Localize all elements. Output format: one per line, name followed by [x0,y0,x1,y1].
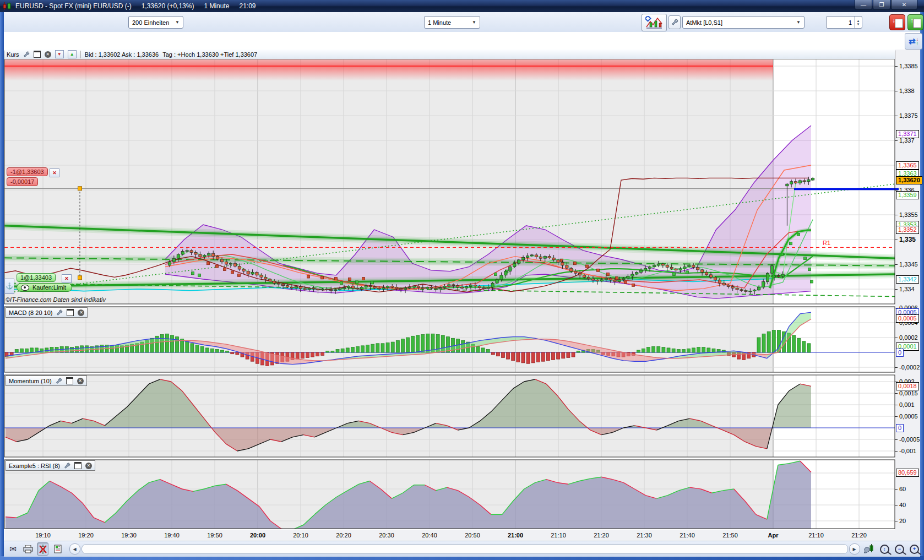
sell-shortcut-icon[interactable]: ▼ [55,50,64,58]
candle-body [443,286,446,288]
print-button[interactable] [22,542,34,556]
candle-body [648,267,651,269]
scrollbar-track[interactable] [81,544,848,554]
detach-window-icon[interactable] [74,462,81,469]
x-axis-label: 20:40 [414,532,445,539]
email-button[interactable]: ✉ [7,542,19,556]
sar-dot-red [231,271,234,274]
price-marker-label: 80,659 [896,469,919,477]
candle-body [281,284,284,286]
time-scrollbar[interactable]: ◀ ▶ [69,543,860,554]
candle-body [216,257,219,259]
detach-window-icon[interactable] [34,51,41,58]
candle-body [347,286,350,288]
candle-body [408,287,411,288]
macd-hist-bar [772,330,775,353]
y-axis-label: 0,0015 [899,390,918,396]
candle-body [456,286,459,287]
sar-dot-green [673,273,676,276]
macd-hist-bar [647,347,650,352]
price-marker-label: 1,3342 [896,275,919,284]
cancel-sell-icon[interactable]: ✕ [50,168,59,177]
macd-hist-bar [171,335,174,352]
candle-body [758,287,760,290]
candle-body [286,286,289,287]
order-handle [78,187,82,191]
candle-body [535,255,537,257]
macd-hist-bar [176,337,179,352]
wrench-icon[interactable] [64,463,70,469]
candle-body [330,290,333,291]
macd-hist-bar [672,349,675,352]
cancel-buy-icon[interactable]: ✕ [62,274,72,283]
y-axis-tick [895,505,898,505]
buy-limit-label: Kaufen:Limit [32,284,66,291]
zoom-vertical-button[interactable]: ↕ [879,542,890,556]
candle-body [731,287,734,289]
candle-body [400,289,403,290]
detach-window-icon[interactable] [67,309,74,316]
close-icon[interactable]: ✕ [78,309,84,316]
macd-hist-bar [546,352,550,361]
y-axis-tick [895,264,898,265]
sar-dot-green [371,281,374,284]
close-icon[interactable]: ✕ [85,463,92,469]
candle-body [387,286,389,288]
macd-hist-bar [331,351,334,352]
candle-body [781,274,784,276]
rsi-title: Example5 : RSI (8) [9,463,60,469]
candle-body [295,287,297,289]
candle-body [701,270,704,273]
y-axis-label: 1,3385 [899,63,918,69]
sar-dot-red [238,274,241,276]
y-axis-tick [895,338,898,338]
zoom-out-button[interactable]: − [894,542,905,556]
x-axis-label: 21:50 [715,532,746,539]
adjust-scale-button[interactable] [863,542,876,556]
candle-body [675,269,677,270]
report-button[interactable] [52,542,63,556]
rsi-line [281,529,292,530]
price-marker-label: 0,0018 [896,382,919,390]
candle-body [766,273,769,281]
buy-limit-button[interactable]: Kaufen:Limit [17,283,72,292]
macd-hist-bar [356,346,359,352]
macd-hist-bar [562,352,565,358]
detach-window-icon[interactable] [66,377,73,384]
hide-orders-button[interactable] [37,542,48,556]
candle-body [587,277,590,279]
candle-body [448,285,450,286]
scroll-left-icon[interactable]: ◀ [69,543,80,554]
close-icon[interactable]: ✕ [77,378,84,384]
candle-body [417,286,420,288]
candle-body [434,288,437,289]
candle-body [705,272,708,275]
wrench-icon[interactable] [56,378,62,384]
y-axis-tick [895,215,898,215]
buy-shortcut-icon[interactable]: ▲ [68,50,77,58]
sar-dot-green [340,282,343,285]
y-axis-tick [895,367,898,368]
wrench-icon[interactable] [56,309,63,316]
sell-position-label[interactable]: -1@1,33603 [7,167,48,176]
macd-hist-bar [687,349,690,352]
candle-body [247,271,249,274]
y-axis-label: 0,0002 [899,334,918,341]
candle-body [482,287,485,289]
sar-dot-red [207,262,210,265]
close-icon[interactable]: ✕ [45,51,51,58]
candle-body [753,290,756,291]
x-axis-label: 21:30 [629,532,660,539]
report-icon [54,545,62,553]
candle-body [666,265,668,268]
anchor-icon[interactable]: ⚓ [4,279,14,294]
buy-order-label[interactable]: 1@1,33403 [17,273,56,282]
y-axis-tick [895,240,898,240]
wrench-icon[interactable] [23,51,30,58]
candle-body [308,288,311,290]
x-axis-label: 20:10 [285,532,316,539]
scroll-right-icon[interactable]: ▶ [849,543,860,554]
zoom-in-button[interactable]: + [909,542,920,556]
price-marker-label: 0 [896,424,904,432]
candle-body [605,278,607,280]
